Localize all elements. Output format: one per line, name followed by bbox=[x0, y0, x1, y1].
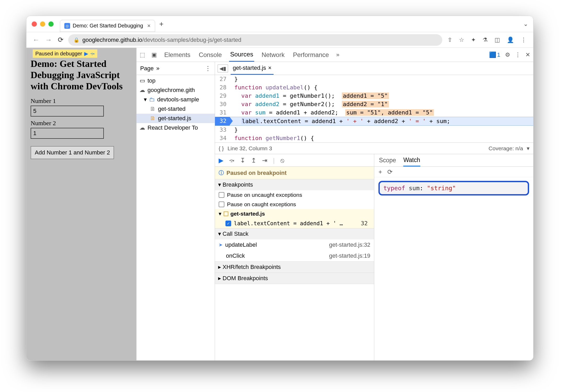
breakpoint-entry[interactable]: ✓label.textContent = addend1 + ' …32 bbox=[215, 218, 374, 228]
close-editor-tab-icon[interactable]: × bbox=[268, 65, 271, 71]
cursor-position: Line 32, Column 3 bbox=[228, 145, 272, 152]
address-bar[interactable]: 🔒 googlechrome.github.io/devtools-sample… bbox=[68, 34, 442, 46]
toolbar: ← → ⟳ 🔒 googlechrome.github.io/devtools-… bbox=[26, 32, 533, 48]
close-tab-icon[interactable]: × bbox=[147, 22, 151, 29]
step-out-button[interactable]: ↥ bbox=[251, 157, 256, 164]
issues-badge[interactable]: 🟦 1 bbox=[489, 51, 500, 58]
navigator-more-icon[interactable]: » bbox=[156, 65, 159, 72]
bookmark-icon[interactable]: ☆ bbox=[457, 37, 466, 43]
section-xhr-breakpoints[interactable]: ▸ XHR/fetch Breakpoints bbox=[215, 262, 374, 273]
close-window-button[interactable] bbox=[32, 21, 37, 27]
maximize-window-button[interactable] bbox=[48, 21, 54, 27]
labs-icon[interactable]: ⚗ bbox=[481, 37, 489, 43]
breakpoint-gutter-32[interactable]: 32 bbox=[215, 117, 230, 126]
minimize-window-button[interactable] bbox=[40, 21, 45, 27]
tab-watch[interactable]: Watch bbox=[403, 154, 420, 166]
paused-label: Paused in debugger bbox=[35, 51, 82, 57]
add-watch-button[interactable]: + bbox=[378, 168, 382, 176]
callstack-frame-0[interactable]: ➤updateLabelget-started.js:32 bbox=[215, 239, 374, 250]
coverage-dropdown-icon[interactable]: ▾ bbox=[527, 145, 530, 152]
step-button[interactable]: ⇥ bbox=[262, 157, 267, 164]
url-host: googlechrome.github.io bbox=[82, 37, 142, 43]
editor-statusbar: { } Line 32, Column 3 Coverage: n/a ▾ bbox=[215, 142, 533, 154]
tree-folder[interactable]: ▾🗀devtools-sample bbox=[137, 95, 215, 104]
url-path: /devtools-samples/debug-js/get-started bbox=[142, 37, 241, 43]
tab-sources[interactable]: Sources bbox=[229, 48, 254, 62]
kebab-icon[interactable]: ⋮ bbox=[515, 51, 521, 58]
number2-label: Number 2 bbox=[31, 120, 132, 127]
tabs-chevron-icon[interactable]: ⌄ bbox=[523, 21, 528, 27]
debugger-toolbar: ▶ ⤼ ↧ ↥ ⇥ | ⦸ bbox=[215, 154, 374, 167]
paused-overlay: Paused in debugger ▶ ⤼ bbox=[33, 49, 97, 58]
number2-input[interactable] bbox=[31, 128, 104, 139]
tab-favicon: ◎ bbox=[64, 23, 70, 29]
tree-domain[interactable]: ☁googlechrome.gith bbox=[137, 85, 215, 95]
close-devtools-icon[interactable]: ✕ bbox=[525, 51, 530, 58]
info-icon: ⓘ bbox=[219, 169, 224, 176]
tree-file-html[interactable]: 🗎get-started bbox=[137, 104, 215, 114]
lock-icon: 🔒 bbox=[73, 37, 79, 43]
forward-button[interactable]: → bbox=[44, 36, 53, 44]
resume-button[interactable]: ▶ bbox=[219, 157, 223, 164]
number1-input[interactable] bbox=[31, 106, 104, 117]
step-over-button[interactable]: ⤼ bbox=[229, 157, 234, 164]
tab-title: Demo: Get Started Debugging bbox=[73, 23, 143, 29]
share-icon[interactable]: ⇧ bbox=[446, 37, 454, 43]
page-title: Demo: Get Started Debugging JavaScript w… bbox=[31, 58, 132, 92]
profile-icon[interactable]: 👤 bbox=[505, 37, 515, 43]
tab-performance[interactable]: Performance bbox=[292, 48, 330, 62]
number1-label: Number 1 bbox=[31, 97, 132, 105]
section-callstack[interactable]: ▾ Call Stack bbox=[215, 228, 374, 239]
pause-caught-checkbox[interactable]: Pause on caught exceptions bbox=[215, 200, 374, 209]
refresh-watch-button[interactable]: ⟳ bbox=[387, 168, 393, 176]
sidepanel-icon[interactable]: ◫ bbox=[493, 37, 502, 43]
add-button[interactable]: Add Number 1 and Number 2 bbox=[31, 146, 114, 159]
pause-uncaught-checkbox[interactable]: Pause on uncaught exceptions bbox=[215, 190, 374, 200]
back-button[interactable]: ← bbox=[32, 36, 41, 44]
window-titlebar: ◎ Demo: Get Started Debugging × + ⌄ bbox=[26, 16, 533, 32]
navigator-menu-icon[interactable]: ⋮ bbox=[205, 65, 211, 72]
editor-tab-get-started-js[interactable]: get-started.js × bbox=[231, 62, 274, 75]
section-dom-breakpoints[interactable]: ▸ DOM Breakpoints bbox=[215, 273, 374, 284]
tab-scope[interactable]: Scope bbox=[379, 157, 396, 164]
tab-console[interactable]: Console bbox=[198, 48, 223, 62]
demo-page: Paused in debugger ▶ ⤼ Demo: Get Started… bbox=[26, 48, 136, 360]
watch-expression[interactable]: typeof sum: "string" bbox=[378, 181, 529, 195]
pretty-print-icon[interactable]: { } bbox=[219, 145, 224, 152]
extensions-icon[interactable]: ✦ bbox=[469, 37, 477, 43]
settings-icon[interactable]: ⚙ bbox=[505, 51, 510, 58]
deactivate-breakpoints-button[interactable]: ⦸ bbox=[280, 157, 284, 164]
section-breakpoints[interactable]: ▾ Breakpoints bbox=[215, 179, 374, 190]
step-over-icon[interactable]: ⤼ bbox=[90, 50, 95, 57]
coverage-status: Coverage: n/a bbox=[489, 145, 523, 152]
devtools-panel: ⬚ ▣ Elements Console Sources Network Per… bbox=[136, 48, 533, 360]
resume-icon[interactable]: ▶ bbox=[84, 50, 88, 57]
tree-file-js[interactable]: 🗎get-started.js bbox=[137, 114, 215, 123]
reload-button[interactable]: ⟳ bbox=[57, 36, 65, 44]
code-editor[interactable]: 27} 28function updateLabel() { 29 var ad… bbox=[215, 75, 533, 142]
pause-reason: ⓘ Paused on breakpoint bbox=[215, 167, 374, 179]
breakpoint-file[interactable]: ▾ get-started.js bbox=[215, 209, 374, 218]
new-tab-button[interactable]: + bbox=[159, 20, 163, 28]
step-into-button[interactable]: ↧ bbox=[240, 157, 245, 164]
tab-network[interactable]: Network bbox=[260, 48, 286, 62]
tab-elements[interactable]: Elements bbox=[163, 48, 191, 62]
menu-icon[interactable]: ⋮ bbox=[519, 37, 528, 43]
device-icon[interactable]: ▣ bbox=[151, 51, 157, 58]
tree-ext[interactable]: ☁React Developer To bbox=[137, 123, 215, 132]
inspect-icon[interactable]: ⬚ bbox=[140, 51, 145, 58]
more-tabs-icon[interactable]: » bbox=[336, 51, 339, 58]
tree-top[interactable]: ▭top bbox=[137, 76, 215, 85]
callstack-frame-1[interactable]: onClickget-started.js:19 bbox=[215, 250, 374, 261]
navigator-tab-page[interactable]: Page bbox=[140, 65, 154, 72]
toggle-navigator-icon[interactable]: ◀▮ bbox=[218, 65, 228, 72]
sources-navigator: Page » ⋮ ▭top ☁googlechrome.gith ▾🗀devto… bbox=[137, 62, 215, 360]
devtools-tabbar: ⬚ ▣ Elements Console Sources Network Per… bbox=[137, 48, 533, 62]
browser-tab[interactable]: ◎ Demo: Get Started Debugging × bbox=[60, 20, 155, 32]
